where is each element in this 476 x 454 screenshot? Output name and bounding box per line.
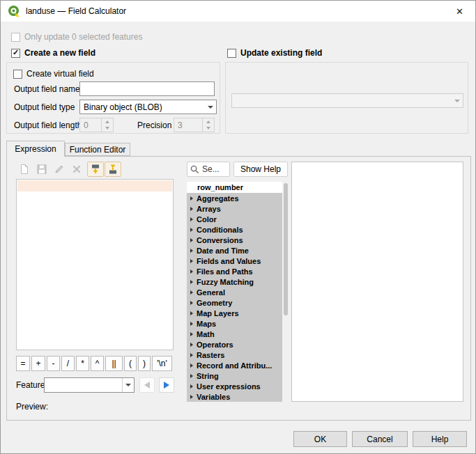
function-group-label: Conversions: [197, 236, 243, 244]
field-calculator-dialog: landuse — Field Calculator ✕ Only update…: [0, 0, 476, 454]
function-group-item[interactable]: Fuzzy Matching: [187, 276, 282, 287]
expand-icon[interactable]: [190, 238, 193, 242]
expand-icon[interactable]: [190, 207, 193, 211]
expand-icon[interactable]: [190, 301, 193, 305]
update-existing-field-checkbox[interactable]: Update existing field: [227, 47, 322, 58]
pencil-icon: [54, 164, 65, 175]
function-group-item[interactable]: Conditionals: [187, 224, 282, 235]
spinner-buttons[interactable]: [202, 118, 214, 132]
function-group-item[interactable]: Rasters: [187, 350, 282, 360]
show-help-button[interactable]: Show Help: [233, 162, 288, 177]
expand-icon[interactable]: [190, 363, 193, 368]
operator-button[interactable]: =: [16, 356, 30, 371]
help-button[interactable]: Help: [413, 431, 467, 447]
tab-expression[interactable]: Expression: [6, 141, 65, 157]
operator-button[interactable]: ^: [91, 356, 104, 371]
function-group-item[interactable]: User expressions: [187, 381, 282, 391]
next-feature-button[interactable]: [159, 377, 174, 393]
function-group-item[interactable]: Aggregates: [187, 193, 282, 203]
feature-select[interactable]: [44, 377, 135, 393]
checkbox-box: [227, 49, 236, 58]
function-group-label: Color: [197, 215, 217, 224]
function-group-item[interactable]: General: [187, 287, 282, 297]
create-virtual-field-checkbox[interactable]: Create virtual field: [13, 68, 94, 79]
function-list: row_number Aggregates Arrays Color Condi…: [187, 182, 282, 402]
spin-down-icon[interactable]: [102, 125, 113, 132]
expand-icon[interactable]: [190, 259, 193, 263]
operator-button[interactable]: -: [47, 356, 60, 371]
expand-icon[interactable]: [190, 311, 193, 315]
delete-expression-button[interactable]: [68, 162, 85, 177]
expand-icon[interactable]: [190, 290, 193, 295]
function-group-item[interactable]: Date and Time: [187, 245, 282, 256]
function-list-item-row-number[interactable]: row_number: [187, 182, 282, 193]
close-button[interactable]: ✕: [444, 1, 475, 22]
import-expressions-button[interactable]: [87, 162, 104, 177]
function-group-item[interactable]: Math: [187, 329, 282, 339]
function-group-item[interactable]: Color: [187, 214, 282, 224]
operator-button[interactable]: ): [138, 356, 151, 371]
operator-button[interactable]: *: [76, 356, 89, 371]
operator-button[interactable]: (: [124, 356, 137, 371]
function-group-item[interactable]: Maps: [187, 318, 282, 329]
function-list-scrollbar[interactable]: [283, 182, 289, 402]
expression-editor[interactable]: [16, 179, 174, 350]
function-group-item[interactable]: String: [187, 370, 282, 381]
edit-expression-button[interactable]: [51, 162, 68, 177]
precision-spinner[interactable]: 3: [174, 118, 215, 132]
function-group-label: Map Layers: [197, 309, 239, 318]
checkbox-box: [13, 70, 22, 79]
operator-button[interactable]: /: [61, 356, 75, 371]
window-title: landuse — Field Calculator: [26, 6, 126, 16]
function-search-input[interactable]: Se...: [187, 162, 230, 177]
expand-icon[interactable]: [190, 217, 193, 221]
output-field-length-spinner[interactable]: 0: [79, 118, 114, 132]
expand-icon[interactable]: [190, 353, 193, 357]
spin-up-icon[interactable]: [102, 118, 113, 125]
ok-button[interactable]: OK: [293, 431, 347, 447]
output-field-type-select[interactable]: Binary object (BLOB): [79, 100, 217, 114]
spin-down-icon[interactable]: [203, 125, 214, 132]
expand-icon[interactable]: [190, 280, 193, 284]
checkbox-box: [11, 33, 20, 42]
only-update-selected-checkbox[interactable]: Only update 0 selected features: [11, 31, 142, 42]
spinner-buttons[interactable]: [101, 118, 113, 132]
tab-function-editor[interactable]: Function Editor: [65, 143, 130, 156]
operator-button[interactable]: ||: [105, 356, 123, 371]
operator-button[interactable]: +: [31, 356, 45, 371]
cancel-button[interactable]: Cancel: [352, 431, 408, 447]
function-group-label: Aggregates: [197, 194, 239, 203]
new-expression-button[interactable]: [16, 162, 33, 177]
expand-icon[interactable]: [190, 196, 193, 201]
operator-button[interactable]: '\n': [152, 356, 172, 371]
expand-icon[interactable]: [190, 249, 193, 253]
function-group-item[interactable]: Variables: [187, 391, 282, 402]
function-group-item[interactable]: Arrays: [187, 203, 282, 214]
function-group-item[interactable]: Fields and Values: [187, 256, 282, 266]
function-group-item[interactable]: Geometry: [187, 297, 282, 308]
expand-icon[interactable]: [190, 332, 193, 336]
expand-icon[interactable]: [190, 395, 193, 399]
previous-feature-button[interactable]: [139, 377, 155, 393]
expand-icon[interactable]: [190, 343, 193, 347]
export-expressions-button[interactable]: [105, 162, 121, 177]
expand-icon[interactable]: [190, 322, 193, 326]
expand-icon[interactable]: [190, 228, 193, 232]
function-group-item[interactable]: Files and Paths: [187, 266, 282, 276]
function-group-item[interactable]: Conversions: [187, 235, 282, 245]
create-new-field-checkbox[interactable]: ✓ Create a new field: [11, 47, 95, 58]
function-group-label: Operators: [197, 340, 233, 349]
save-expression-button[interactable]: [33, 162, 50, 177]
spin-up-icon[interactable]: [203, 118, 214, 125]
output-field-name-input[interactable]: [79, 81, 215, 96]
expand-icon[interactable]: [190, 384, 193, 389]
qgis-logo-icon: [8, 5, 20, 17]
expand-icon[interactable]: [190, 374, 193, 378]
function-group-item[interactable]: Operators: [187, 339, 282, 350]
function-group-item[interactable]: Map Layers: [187, 308, 282, 318]
existing-field-select[interactable]: [231, 93, 463, 108]
previous-arrow-icon: [144, 382, 150, 389]
scrollbar-thumb[interactable]: [284, 183, 288, 315]
expand-icon[interactable]: [190, 269, 193, 274]
function-group-item[interactable]: Record and Attribu...: [187, 360, 282, 370]
